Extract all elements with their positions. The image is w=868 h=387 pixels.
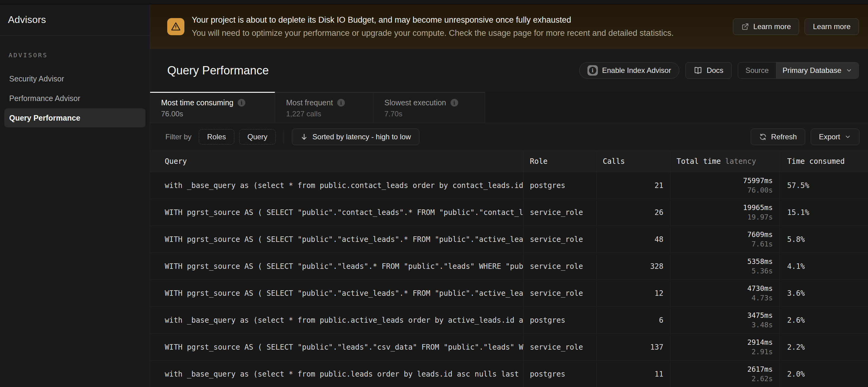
total-time-s: 19.97s [743,213,773,222]
tab-most-time-consuming[interactable]: Most time consuming i 76.00s [150,92,275,123]
docs-button[interactable]: Docs [685,62,732,79]
total-time-cell: 7609ms 7.61s [671,226,780,253]
sidebar-item-label: Query Performance [9,114,80,123]
table-row[interactable]: WITH pgrst_source AS ( SELECT "public"."… [150,226,868,253]
query-cell: with _base_query as (select * from publi… [150,361,524,387]
table-row[interactable]: WITH pgrst_source AS ( SELECT "public"."… [150,253,868,280]
table-row[interactable]: WITH pgrst_source AS ( SELECT "public"."… [150,199,868,226]
total-time-ms: 19965ms [743,203,773,213]
book-icon [694,66,702,75]
source-selector: Source Primary Database [738,62,859,79]
export-button[interactable]: Export [811,129,860,145]
total-time-ms: 75997ms [743,176,773,186]
enable-index-advisor-button[interactable]: i Enable Index Advisor [579,62,679,79]
calls-cell: 11 [597,361,671,387]
table-row[interactable]: with _base_query as (select * from publi… [150,361,868,387]
sidebar-item-label: Performance Advisor [9,94,80,103]
tab-label: Most time consuming [161,98,234,107]
query-cell: WITH pgrst_source AS ( SELECT "public"."… [150,199,524,226]
total-time-cell: 75997ms 76.00s [671,172,780,199]
column-header-role: Role [524,151,597,172]
warning-icon [167,18,184,35]
refresh-icon [759,133,767,141]
tab-most-frequent[interactable]: Most frequent i 1,227 calls [275,92,373,123]
calls-cell: 48 [597,226,671,253]
sidebar-item-performance-advisor[interactable]: Performance Advisor [4,89,146,108]
learn-more-label: Learn more [753,22,791,31]
tab-metric: 1,227 calls [286,109,373,118]
app-window: Advisors ADVISORS Security Advisor Perfo… [0,0,868,387]
chevron-down-icon [844,133,851,140]
total-time-s: 2.91s [747,347,773,357]
total-time-cell: 2914ms 2.91s [671,334,780,360]
learn-more-external-button[interactable]: Learn more [733,19,799,35]
external-link-icon [741,23,749,31]
table-row[interactable]: WITH pgrst_source AS ( SELECT "public"."… [150,334,868,361]
query-cell: WITH pgrst_source AS ( SELECT "public"."… [150,280,524,307]
report-tabs: Most time consuming i 76.00s Most freque… [150,92,868,123]
tabs-spacer [485,92,868,123]
info-icon[interactable]: i [337,99,345,106]
refresh-button[interactable]: Refresh [751,129,805,145]
column-header-total-time: Total time latency [671,151,780,172]
total-time-cell: 2617ms 2.62s [671,361,780,387]
table-row[interactable]: with _base_query as (select * from publi… [150,307,868,334]
sort-button[interactable]: Sorted by latency - high to low [292,129,419,145]
page-header: Query Performance i Enable Index Advisor [150,49,868,92]
calls-cell: 12 [597,280,671,307]
refresh-label: Refresh [771,133,797,141]
calls-cell: 6 [597,307,671,333]
content: Your project is about to deplete its Dis… [150,4,868,387]
index-advisor-icon: i [587,65,598,76]
sidebar-title: Advisors [8,14,46,25]
sidebar-item-query-performance[interactable]: Query Performance [4,108,146,127]
query-performance-table: Query Role Calls Total time latency Time… [150,151,868,387]
role-cell: service_role [524,253,597,280]
time-consumed-cell: 5.8% [780,226,868,253]
column-header-latency-label: latency [725,157,756,166]
time-consumed-cell: 2.2% [780,334,868,360]
total-time-s: 76.00s [743,186,773,195]
page-title: Query Performance [167,64,579,77]
sort-label: Sorted by latency - high to low [312,133,411,141]
table-header-row: Query Role Calls Total time latency Time… [150,151,868,172]
sidebar-nav: ADVISORS Security Advisor Performance Ad… [0,35,150,128]
total-time-s: 2.62s [747,374,773,384]
chip-label: Query [247,133,268,141]
sidebar-item-security-advisor[interactable]: Security Advisor [4,69,146,88]
role-cell: postgres [524,307,597,333]
table-body: with _base_query as (select * from publi… [150,172,868,387]
source-value: Primary Database [782,66,841,75]
role-cell: postgres [524,172,597,199]
time-consumed-cell: 3.6% [780,280,868,307]
tab-label: Most frequent [286,98,333,107]
calls-cell: 137 [597,334,671,360]
info-icon[interactable]: i [451,99,458,106]
table-row[interactable]: with _base_query as (select * from publi… [150,172,868,199]
info-icon[interactable]: i [238,99,245,106]
total-time-s: 4.73s [747,293,773,303]
time-consumed-cell: 57.5% [780,172,868,199]
total-time-cell: 4730ms 4.73s [671,280,780,307]
learn-more-label: Learn more [813,22,850,31]
source-database-dropdown[interactable]: Primary Database [776,62,859,78]
total-time-cell: 19965ms 19.97s [671,199,780,226]
query-cell: WITH pgrst_source AS ( SELECT "public"."… [150,334,524,360]
table-row[interactable]: WITH pgrst_source AS ( SELECT "public"."… [150,280,868,307]
page-header-actions: i Enable Index Advisor Docs So [579,62,859,79]
banner-title: Your project is about to deplete its Dis… [192,15,733,25]
calls-cell: 21 [597,172,671,199]
learn-more-button[interactable]: Learn more [805,19,859,35]
time-consumed-cell: 15.1% [780,199,868,226]
banner-texts: Your project is about to deplete its Dis… [192,15,733,38]
filter-query-chip[interactable]: Query [239,129,276,144]
column-header-query: Query [150,151,524,172]
tab-slowest-execution[interactable]: Slowest execution i 7.70s [373,92,485,123]
export-label: Export [819,133,840,141]
filter-roles-chip[interactable]: Roles [199,129,234,144]
banner-actions: Learn more Learn more [733,19,859,35]
total-time-s: 7.61s [747,239,773,249]
filter-bar: Filter by Roles Query Sorted by latency … [150,123,868,151]
total-time-cell: 3475ms 3.48s [671,307,780,333]
total-time-ms: 3475ms [747,311,773,320]
